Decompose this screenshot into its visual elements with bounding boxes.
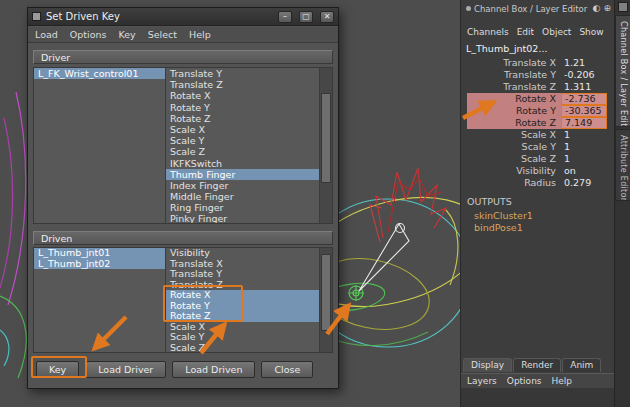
channel-row: Radius 0.279 — [461, 177, 614, 189]
driver-attribute-item[interactable]: Index Finger — [166, 180, 319, 191]
channel-row: Visibility on — [461, 165, 614, 177]
menu-item[interactable]: Select — [148, 29, 177, 40]
tab-channel-box[interactable]: Channel Box / Layer Editor — [615, 15, 630, 127]
output-node-item[interactable]: skinCluster1 — [467, 210, 533, 222]
close-icon[interactable]: ✕ — [320, 11, 334, 23]
driver-objects-pane: L_FK_Wrist_control01 — [34, 68, 166, 223]
driver-attribute-item[interactable]: Middle Finger — [166, 191, 319, 202]
channel-value-field[interactable]: -30.365 — [561, 105, 607, 117]
window-titlebar[interactable]: Set Driven Key – ▢ ✕ — [28, 8, 338, 26]
output-node-item[interactable]: bindPose1 — [467, 222, 533, 234]
channel-value-field[interactable]: 1 — [561, 141, 607, 153]
channel-name[interactable]: Scale X — [467, 129, 561, 141]
driver-attribute-item[interactable]: Pinky Finger — [166, 213, 319, 223]
driver-attribute-item[interactable]: Rotate Y — [166, 102, 319, 113]
menu-item[interactable]: Key — [118, 29, 135, 40]
driver-scrollbar-thumb[interactable] — [321, 93, 331, 183]
driver-scrollbar[interactable] — [319, 68, 332, 223]
driver-attribute-item[interactable]: Scale Z — [166, 146, 319, 157]
channel-box-title: Channel Box / Layer Editor — [474, 4, 590, 14]
dialog-button[interactable]: Load Driven — [172, 361, 255, 378]
channel-name[interactable]: Translate Y — [467, 69, 561, 81]
driver-attribute-item[interactable]: Translate Y — [166, 68, 319, 79]
layer-editor-menu-item[interactable]: Options — [507, 376, 542, 388]
layer-editor-menu-item[interactable]: Layers — [467, 376, 497, 388]
channel-value-field[interactable]: 7.149 — [561, 117, 607, 129]
channel-name[interactable]: Rotate X — [467, 93, 561, 105]
selected-node-name[interactable]: L_Thumb_jnt02... — [466, 43, 547, 54]
body-rig-curves — [0, 92, 26, 378]
channel-box-menu-item[interactable]: Object — [542, 27, 571, 37]
channel-name[interactable]: Visibility — [467, 165, 561, 177]
driver-object-item[interactable]: L_FK_Wrist_control01 — [34, 68, 165, 79]
layers-list-area[interactable] — [461, 388, 614, 407]
channel-name[interactable]: Radius — [467, 177, 561, 189]
channel-name[interactable]: Rotate Y — [467, 105, 561, 117]
dialog-button[interactable]: Load Driver — [85, 361, 166, 378]
channel-name[interactable]: Rotate Z — [467, 117, 561, 129]
channel-value-field[interactable]: 1 — [561, 153, 607, 165]
driven-attribute-item[interactable]: Rotate Z — [166, 311, 319, 322]
channel-value-field[interactable]: -0.206 — [561, 69, 607, 81]
channel-box-header: Channel Box / Layer Editor ◐ ⊕ — [466, 2, 611, 15]
tab-attribute-editor[interactable]: Attribute Editor — [615, 129, 630, 201]
channel-value-field[interactable]: -2.736 — [561, 93, 607, 105]
window-icon — [32, 12, 41, 21]
driver-attribute-item[interactable]: Rotate X — [166, 90, 319, 101]
channel-value-field[interactable]: 1.21 — [561, 57, 607, 69]
channel-value-field[interactable]: 1.311 — [561, 81, 607, 93]
driver-attribute-item[interactable]: Thumb Finger — [166, 169, 319, 180]
driver-attribute-item[interactable]: IKFKSwitch — [166, 158, 319, 169]
driver-attribute-item[interactable]: Scale Y — [166, 135, 319, 146]
channel-row: Translate X 1.21 — [461, 57, 614, 69]
driver-attribute-item[interactable]: Ring Finger — [166, 202, 319, 213]
bottom-tab[interactable]: Display — [463, 358, 512, 372]
driven-object-item[interactable]: L_Thumb_jnt01 — [34, 248, 165, 259]
driven-section-header[interactable]: Driven — [33, 231, 333, 245]
driven-scrollbar[interactable] — [319, 248, 332, 352]
layer-editor-menu-item[interactable]: Help — [552, 376, 573, 388]
driver-attribute-item[interactable]: Scale X — [166, 124, 319, 135]
right-tab-strip: Channel Box / Layer Editor Attribute Edi… — [614, 0, 630, 407]
half-circle-icon[interactable]: ◐ — [593, 3, 601, 14]
minimize-icon[interactable]: – — [278, 11, 292, 23]
menu-item[interactable]: Load — [35, 29, 58, 40]
channel-name[interactable]: Scale Z — [467, 153, 561, 165]
channel-value-field[interactable]: 1 — [561, 129, 607, 141]
driver-section-header[interactable]: Driver — [33, 50, 333, 64]
driven-attribute-item[interactable]: Scale Y — [166, 332, 319, 343]
channel-box-menu-item[interactable]: Show — [579, 27, 603, 37]
menu-item[interactable]: Help — [189, 29, 211, 40]
driver-attribute-item[interactable]: Translate Z — [166, 79, 319, 90]
dialog-button[interactable]: Close — [261, 361, 313, 378]
channel-name[interactable]: Scale Y — [467, 141, 561, 153]
channel-row: Scale Z 1 — [461, 153, 614, 165]
dialog-button[interactable]: Key — [36, 361, 79, 378]
channel-row: Scale X 1 — [461, 129, 614, 141]
bottom-tab[interactable]: Render — [513, 358, 561, 372]
channel-value-field[interactable]: 0.279 — [561, 177, 607, 189]
driven-scrollbar-thumb[interactable] — [321, 254, 331, 331]
driven-attribute-item[interactable]: Scale Z — [166, 343, 319, 353]
channel-row: Translate Z 1.311 — [461, 81, 614, 93]
outputs-label: OUTPUTS — [467, 196, 512, 207]
panel-toggle-icon[interactable] — [618, 2, 628, 12]
driven-attributes-pane: VisibilityTranslate XTranslate YTranslat… — [166, 248, 319, 352]
driven-attribute-item[interactable]: Rotate X — [166, 290, 319, 301]
channel-name[interactable]: Translate Z — [467, 81, 561, 93]
driven-attribute-item[interactable]: Visibility — [166, 248, 319, 259]
channel-value-field[interactable]: on — [561, 165, 607, 177]
window-menubar: LoadOptionsKeySelectHelp — [28, 27, 338, 43]
channel-box-menu-item[interactable]: Channels — [467, 27, 509, 37]
maximize-icon[interactable]: ▢ — [299, 11, 313, 23]
channel-name[interactable]: Translate X — [467, 57, 561, 69]
menu-item[interactable]: Options — [70, 29, 107, 40]
maya-workspace: Set Driven Key – ▢ ✕ LoadOptionsKeySelec… — [0, 0, 630, 407]
bottom-tab[interactable]: Anim — [562, 358, 601, 372]
channel-row: Rotate X -2.736 — [461, 93, 614, 105]
driven-object-item[interactable]: L_Thumb_jnt02 — [34, 259, 165, 270]
channel-box-menu-item[interactable]: Edit — [517, 27, 534, 37]
driven-attribute-item[interactable]: Translate Y — [166, 269, 319, 280]
target-icon[interactable]: ⊕ — [603, 3, 611, 14]
driver-attribute-item[interactable]: Rotate Z — [166, 113, 319, 124]
